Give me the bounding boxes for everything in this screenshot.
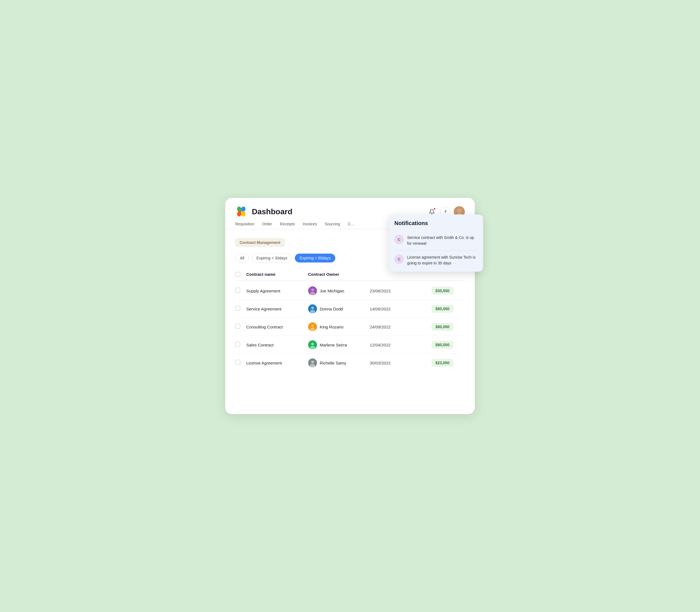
amount-cell: $80,000 [431,341,465,349]
owner-avatar [308,358,317,367]
svg-point-10 [310,292,315,295]
col-checkbox [235,272,246,278]
amount-cell: $80,000 [431,305,465,312]
row-checkbox[interactable] [235,342,240,347]
contract-name: License Agreement [246,361,308,365]
row-checkbox-cell [235,288,246,294]
table-row: Sales Contract Marlene Seirra 12/04/2022… [235,336,465,354]
svg-point-9 [311,289,314,291]
row-checkbox[interactable] [235,324,240,329]
row-checkbox-cell [235,306,246,312]
table-row: Consulting Contract King Rozario 24/09/2… [235,318,465,336]
amount-badge: $80,000 [431,341,453,349]
filter-60days[interactable]: Expiring < 60days [295,254,335,263]
col-date [370,272,431,278]
owner-avatar [308,340,317,349]
amount-cell: $30,000 [431,287,465,295]
svg-point-13 [310,310,315,313]
notification-popup-title: Notifications [394,220,478,226]
col-amount [431,272,465,278]
contract-date: 24/09/2022 [370,324,431,329]
svg-point-18 [311,343,314,345]
svg-point-7 [458,209,461,212]
table-row: Supply Agreement Joe Michigan 23/06/2023… [235,282,465,300]
amount-badge: $80,000 [431,323,453,331]
header-left: Dashboard [235,206,292,218]
row-checkbox-cell [235,360,246,366]
table-row: Service Agreement Donna Dodd 14/06/2022 … [235,300,465,318]
contract-date: 30/03/2022 [370,361,431,365]
filter-all[interactable]: All [235,254,249,263]
owner-name: Joe Michigan [320,289,344,293]
owner-cell: King Rozario [308,322,370,331]
owner-name: Donna Dodd [320,307,343,311]
contract-date: 12/04/2022 [370,343,431,347]
owner-cell: Richelle Samy [308,358,370,367]
owner-name: Marlene Seirra [320,343,347,347]
owner-avatar [308,322,317,331]
table-row: License Agreement Richelle Samy 30/03/20… [235,354,465,372]
owner-avatar [308,286,317,295]
notif-text: License agreement with Sunrise Tech is g… [407,254,478,266]
page-badge: Contract Management [235,238,285,247]
svg-point-12 [311,307,314,309]
nav-more[interactable]: C... [348,222,354,229]
owner-name: King Rozario [320,324,344,329]
notification-popup: Notifications C Service contract with Sm… [389,214,483,272]
contract-name: Consulting Contract [246,324,308,329]
contract-date: 14/06/2022 [370,307,431,311]
contract-name: Sales Contract [246,343,308,347]
logo-icon [235,206,247,218]
svg-point-16 [310,328,315,331]
row-checkbox-cell [235,342,246,348]
owner-cell: Joe Michigan [308,286,370,295]
row-checkbox[interactable] [235,288,240,293]
nav-order[interactable]: Order [262,222,272,229]
row-checkbox[interactable] [235,306,240,311]
notif-icon: C [394,254,404,264]
row-checkbox-cell [235,324,246,330]
owner-avatar [308,304,317,313]
nav-receipts[interactable]: Receipts [280,222,295,229]
col-contract-owner: Contract Owner [308,272,370,278]
svg-point-3 [240,210,246,217]
notif-icon: C [394,235,404,244]
amount-badge: $23,000 [431,359,453,367]
nav-invoices[interactable]: Invoices [303,222,317,229]
filter-30days[interactable]: Expiring < 30days [252,254,292,263]
svg-point-22 [310,364,315,367]
owner-cell: Donna Dodd [308,304,370,313]
notification-item[interactable]: C License agreement with Sunrise Tech is… [394,251,478,266]
amount-badge: $30,000 [431,287,453,295]
notif-text: Service contract with Smith & Co. is up … [407,235,478,247]
notification-dot [434,208,436,210]
app-container: Dashboard ? [225,198,475,414]
row-checkbox[interactable] [235,360,240,365]
nav-sourcing[interactable]: Sourcing [325,222,340,229]
contract-date: 23/06/2023 [370,289,431,293]
contracts-list: Supply Agreement Joe Michigan 23/06/2023… [235,282,465,372]
amount-badge: $80,000 [431,305,453,312]
notification-item[interactable]: C Service contract with Smith & Co. is u… [394,231,478,251]
owner-cell: Marlene Seirra [308,340,370,349]
owner-name: Richelle Samy [320,361,346,365]
select-all-checkbox[interactable] [235,272,240,277]
svg-point-21 [311,361,314,363]
app-title: Dashboard [252,207,292,216]
svg-point-15 [311,324,314,327]
amount-cell: $23,000 [431,359,465,367]
contract-name: Service Agreement [246,307,308,311]
contract-name: Supply Agreement [246,289,308,293]
col-contract-name: Contract name [246,272,308,278]
svg-point-19 [310,346,315,349]
nav-requisition[interactable]: Requisition [235,222,254,229]
amount-cell: $80,000 [431,323,465,331]
